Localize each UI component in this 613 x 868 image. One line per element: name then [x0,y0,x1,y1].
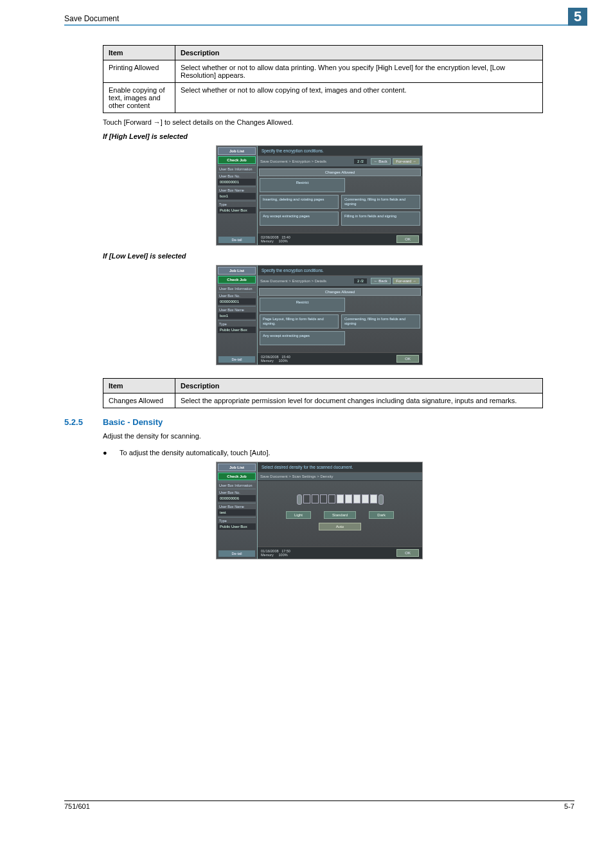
table-row: Changes Allowed Select the appropriate p… [103,393,543,408]
forward-instruction: Touch [Forward →] to select details on t… [103,118,574,126]
table-header-item: Item [103,379,175,393]
user-box-name-value: box1 [218,193,256,199]
breadcrumb-path: Save Document > Scan Settings > Density [260,475,333,478]
forward-button[interactable]: For-ward → [393,158,420,165]
table-header-description: Description [175,46,543,60]
changes-allowed-subheader: Changes Allowed [259,288,421,296]
section-number: 5.2.5 [64,417,103,427]
type-value: Public User Box [218,327,256,333]
section-intro: Adjust the density for scanning. [103,432,574,440]
screenshot-sidebar: Job List Check Job User Box Information … [217,462,258,559]
check-job-tab[interactable]: Check Job [218,276,256,284]
ok-button[interactable]: OK [396,355,419,363]
user-box-name-value: test [218,509,256,516]
commenting-option[interactable]: Commenting, filling in form fields and s… [341,314,420,329]
screenshot-sidebar: Job List Check Job User Box Information … [217,266,258,365]
check-job-tab[interactable]: Check Job [218,473,256,480]
insert-delete-rotate-option[interactable]: Inserting, deleting and rotating pages [260,195,339,209]
page-header: Save Document [64,12,574,23]
any-except-extract-option[interactable]: Any except extracting pages [260,212,339,226]
user-box-no-value: 000000006 [218,495,256,502]
type-label: Type [218,320,256,326]
type-value: Public User Box [218,207,256,213]
any-except-extract-option[interactable]: Any except extracting pages [260,331,345,345]
detail-button[interactable]: De-tail [218,237,255,243]
type-label: Type [218,201,256,206]
screenshot-message: Specify the encryption conditions. [258,266,422,276]
table-row: Enable copying of text, images and other… [103,83,543,113]
screenshot-message: Select desired density for the scanned d… [258,462,422,473]
bullet-icon: ● [103,449,120,457]
user-box-no-value: 000000001 [218,179,256,185]
page-layout-option[interactable]: Page Layout, filling in form fields and … [260,314,339,329]
job-list-tab[interactable]: Job List [218,267,256,275]
standard-button[interactable]: Standard [324,511,356,519]
user-box-info-label: User Box Information [218,482,256,487]
density-increase-icon[interactable] [378,494,384,505]
encryption-options-table: Item Description Printing Allowed Select… [103,45,543,113]
type-value: Public User Box [218,523,256,530]
table-header-description: Description [175,379,543,393]
user-box-name-label: User Box Name [218,306,256,312]
screenshot-low-level: Job List Check Job User Box Information … [216,265,423,365]
screenshot-message: Specify the encryption conditions. [258,146,422,156]
breadcrumb-path: Save Document > Encryption > Details [260,159,326,163]
forward-button[interactable]: For-ward → [393,278,420,284]
user-box-info-label: User Box Information [218,285,256,291]
breadcrumb-path: Save Document > Encryption > Details [260,279,326,283]
user-box-no-label: User Box No. [218,489,256,494]
footer-page-number: 5-7 [564,802,574,810]
table-header-item: Item [103,46,175,60]
dark-button[interactable]: Dark [369,511,394,519]
section-title: Basic - Density [103,417,163,427]
screenshot-sidebar: Job List Check Job User Box Information … [217,146,258,245]
user-box-info-label: User Box Information [218,165,256,171]
density-scale[interactable] [260,494,420,505]
detail-button[interactable]: De-tail [218,356,255,363]
user-box-no-value: 000000001 [218,298,256,305]
low-level-heading: If [Low Level] is selected [103,252,574,260]
job-list-tab[interactable]: Job List [218,464,256,471]
screenshot-high-level: Job List Check Job User Box Information … [216,145,423,246]
user-box-name-label: User Box Name [218,186,256,192]
header-rule [64,24,574,26]
job-list-tab[interactable]: Job List [218,147,256,155]
user-box-name-value: box1 [218,312,256,319]
commenting-option[interactable]: Commenting, filling in form fields and s… [341,195,420,209]
restrict-option[interactable]: Restrict [260,178,345,192]
ok-button[interactable]: OK [396,549,419,557]
user-box-name-label: User Box Name [218,503,256,509]
bullet-item: ● To adjust the density automatically, t… [103,449,574,457]
table-row: Printing Allowed Select whether or not t… [103,60,543,83]
check-job-tab[interactable]: Check Job [218,156,256,164]
light-button[interactable]: Light [286,511,311,519]
high-level-heading: If [High Level] is selected [103,132,574,140]
status-bar: 02/06/2008 15:40 Memory 100% OK [258,352,422,365]
page-indicator: 2 /2 [354,159,367,164]
type-label: Type [218,517,256,523]
density-decrease-icon[interactable] [297,494,302,505]
restrict-option[interactable]: Restrict [260,298,345,312]
running-title: Save Document [64,12,119,23]
chapter-number-badge: 5 [568,8,587,26]
auto-button[interactable]: Auto [319,523,361,530]
breadcrumb-bar: Save Document > Encryption > Details 2 /… [258,156,422,167]
page-footer: 751/601 5-7 [64,800,574,810]
user-box-no-label: User Box No. [218,172,256,178]
page-indicator: 2 /2 [354,278,367,284]
back-button[interactable]: ← Back [371,278,391,284]
footer-model: 751/601 [64,802,90,810]
user-box-no-label: User Box No. [218,292,256,298]
fill-sign-option[interactable]: Filling in form fields and signing [341,212,420,226]
status-bar: 02/06/2008 15:40 Memory 100% OK [258,233,422,245]
ok-button[interactable]: OK [396,235,419,243]
breadcrumb-bar: Save Document > Scan Settings > Density [258,473,422,481]
section-heading: 5.2.5 Basic - Density [64,417,574,427]
breadcrumb-bar: Save Document > Encryption > Details 2 /… [258,276,422,287]
screenshot-density: Job List Check Job User Box Information … [216,462,423,559]
detail-button[interactable]: De-tail [218,550,255,557]
changes-allowed-table: Item Description Changes Allowed Select … [103,378,543,408]
back-button[interactable]: ← Back [371,158,391,165]
changes-allowed-subheader: Changes Allowed [259,168,421,176]
status-bar: 01/16/2008 17:50 Memory 100% OK [258,547,422,559]
